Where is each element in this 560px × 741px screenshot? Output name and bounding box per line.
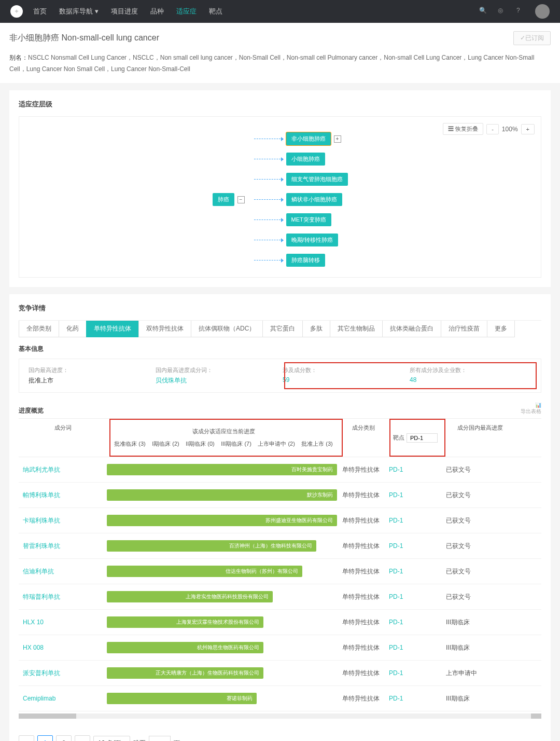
info-value: 批准上市 bbox=[29, 376, 150, 385]
drug-link[interactable]: Cemiplimab bbox=[19, 695, 107, 702]
drug-link[interactable]: 信迪利单抗 bbox=[19, 567, 107, 576]
competition-panel: 竞争详情 全部类别化药单特异性抗体双特异性抗体抗体偶联物（ADC）其它蛋白多肽其… bbox=[9, 294, 551, 728]
nav-item[interactable]: 首页 bbox=[33, 7, 47, 16]
drug-link[interactable]: 替雷利珠单抗 bbox=[19, 542, 107, 551]
avatar[interactable] bbox=[535, 4, 550, 19]
nav-item[interactable]: 项目进度 bbox=[111, 7, 138, 16]
table-row: HLX 10 上海复宏汉霖生物技术股份有限公司 单特异性抗体 PD-1 III期… bbox=[19, 610, 541, 635]
reset-fold-button[interactable]: ☰ 恢复折叠 bbox=[443, 123, 483, 135]
tree-node[interactable]: MET突变肺癌 bbox=[286, 213, 331, 226]
table-row: 替雷利珠单抗 百济神州（上海）生物科技有限公司 单特异性抗体 PD-1 已获文号 bbox=[19, 533, 541, 559]
tree-node[interactable]: 小细胞肺癌 bbox=[286, 153, 325, 166]
drug-link[interactable]: HLX 10 bbox=[19, 619, 107, 626]
subscribe-button[interactable]: ✓已订阅 bbox=[513, 31, 551, 45]
expand-icon[interactable]: + bbox=[334, 135, 341, 143]
aliases: 别名：NSCLC Nonsmall Cell Lung Cancer，NSCLC… bbox=[9, 52, 551, 75]
category-tab[interactable]: 其它蛋白 bbox=[262, 321, 302, 337]
target-link[interactable]: PD-1 bbox=[387, 593, 444, 600]
progress-bar: 百时美施贵宝制药 bbox=[107, 464, 337, 475]
drug-link[interactable]: 特瑞普利单抗 bbox=[19, 593, 107, 601]
target-link[interactable]: PD-1 bbox=[387, 542, 444, 550]
zoom-level: 100% bbox=[502, 126, 518, 133]
info-value[interactable]: 59 bbox=[283, 376, 404, 383]
target-link[interactable]: PD-1 bbox=[387, 568, 444, 575]
category-tab[interactable]: 多肽 bbox=[302, 321, 330, 337]
progress-bar: 上海君实生物医药科技股份有限公司 bbox=[107, 591, 273, 602]
basic-info-title: 基本信息 bbox=[19, 345, 541, 353]
drug-link[interactable]: HX 008 bbox=[19, 644, 107, 651]
page-number-button[interactable]: 1 bbox=[37, 735, 53, 741]
table-row: 卡瑞利珠单抗 苏州盛迪亚生物医药有限公司 单特异性抗体 PD-1 已获文号 bbox=[19, 508, 541, 533]
table-row: HX 008 杭州翰思生物医药有限公司 单特异性抗体 PD-1 III期临床 bbox=[19, 635, 541, 661]
target-link[interactable]: PD-1 bbox=[387, 466, 444, 473]
tree-node[interactable]: 晚期/转移性肺癌 bbox=[286, 234, 338, 246]
nav-item[interactable]: 靶点 bbox=[209, 7, 222, 16]
pagination: ‹ 12 › 10 条/页 ▾ 跳至 页 bbox=[9, 728, 551, 741]
progress-title: 进度概览 bbox=[19, 406, 44, 415]
info-value[interactable]: 贝伐珠单抗 bbox=[156, 376, 277, 385]
prev-page-button[interactable]: ‹ bbox=[19, 735, 34, 741]
competition-title: 竞争详情 bbox=[19, 304, 541, 313]
drug-link[interactable]: 纳武利尤单抗 bbox=[19, 465, 107, 474]
tree-node[interactable]: 鳞状非小细胞肺癌 bbox=[286, 193, 342, 206]
tree-node[interactable]: 非小细胞肺癌 bbox=[286, 132, 331, 145]
category-tab[interactable]: 其它生物制品 bbox=[330, 321, 382, 337]
zoom-out-button[interactable]: - bbox=[486, 124, 499, 134]
tree-root-node[interactable]: 肺癌 bbox=[213, 193, 234, 206]
page-title: 非小细胞肺癌 Non-small-cell lung cancer bbox=[9, 33, 159, 44]
tree-node[interactable]: 肺癌脑转移 bbox=[286, 254, 325, 267]
nav-item[interactable]: 数据库导航 ▾ bbox=[59, 7, 99, 16]
export-button[interactable]: 📊导出表格 bbox=[521, 402, 541, 415]
category-tab[interactable]: 治疗性疫苗 bbox=[441, 321, 487, 337]
progress-bar: 正大天晴康方（上海）生物医药科技有限公司 bbox=[107, 667, 263, 679]
tree-node[interactable]: 细支气管肺泡细胞癌 bbox=[286, 173, 348, 186]
next-page-button[interactable]: › bbox=[75, 735, 90, 741]
drug-link[interactable]: 派安普利单抗 bbox=[19, 669, 107, 678]
target-link[interactable]: PD-1 bbox=[387, 491, 444, 499]
table-row: 信迪利单抗 信达生物制药（苏州）有限公司 单特异性抗体 PD-1 已获文号 bbox=[19, 559, 541, 584]
table-row: 特瑞普利单抗 上海君实生物医药科技股份有限公司 单特异性抗体 PD-1 已获文号 bbox=[19, 584, 541, 610]
info-value[interactable]: 48 bbox=[410, 376, 531, 383]
hierarchy-title: 适应症层级 bbox=[19, 100, 541, 109]
location-icon[interactable]: ◎ bbox=[498, 7, 507, 16]
table-row: 派安普利单抗 正大天晴康方（上海）生物医药科技有限公司 单特异性抗体 PD-1 … bbox=[19, 661, 541, 686]
category-tab[interactable]: 更多 bbox=[487, 321, 515, 337]
table-row: 纳武利尤单抗 百时美施贵宝制药 单特异性抗体 PD-1 已获文号 bbox=[19, 457, 541, 483]
category-tab[interactable]: 单特异性抗体 bbox=[86, 321, 138, 337]
collapse-icon[interactable]: − bbox=[237, 196, 245, 203]
target-filter-input[interactable] bbox=[407, 433, 438, 443]
nav-item[interactable]: 适应症 bbox=[176, 7, 197, 16]
horizontal-scrollbar[interactable] bbox=[19, 713, 541, 719]
category-tab[interactable]: 双特异性抗体 bbox=[138, 321, 191, 337]
help-icon[interactable]: ? bbox=[516, 7, 526, 16]
target-link[interactable]: PD-1 bbox=[387, 644, 444, 651]
target-link[interactable]: PD-1 bbox=[387, 695, 444, 702]
page-size-select[interactable]: 10 条/页 ▾ bbox=[93, 736, 130, 741]
jump-page-input[interactable] bbox=[149, 736, 171, 741]
hierarchy-panel: 适应症层级 ☰ 恢复折叠 - 100% + 肺癌 − 非小细胞肺癌+小细胞肺癌细… bbox=[9, 90, 551, 287]
target-link[interactable]: PD-1 bbox=[387, 669, 444, 677]
drug-link[interactable]: 帕博利珠单抗 bbox=[19, 491, 107, 500]
table-header: 成分词 该成分该适应症当前进度 批准临床 (3)I期临床 (2)II期临床 (0… bbox=[19, 418, 541, 457]
top-nav: ✦ 首页数据库导航 ▾项目进度品种适应症靶点 🔍 ◎ ? bbox=[0, 0, 560, 23]
progress-bar: 百济神州（上海）生物科技有限公司 bbox=[107, 540, 316, 552]
category-tab[interactable]: 全部类别 bbox=[19, 321, 59, 337]
category-tab[interactable]: 化药 bbox=[59, 321, 86, 337]
progress-bar: 信达生物制药（苏州）有限公司 bbox=[107, 566, 302, 577]
table-row: 帕博利珠单抗 默沙东制药 单特异性抗体 PD-1 已获文号 bbox=[19, 483, 541, 508]
category-tab[interactable]: 抗体偶联物（ADC） bbox=[191, 321, 262, 337]
category-tab[interactable]: 抗体类融合蛋白 bbox=[382, 321, 441, 337]
progress-bar: 上海复宏汉霖生物技术股份有限公司 bbox=[107, 616, 263, 628]
progress-bar: 杭州翰思生物医药有限公司 bbox=[107, 642, 263, 653]
table-row: Cemiplimab 赛诺菲制药 单特异性抗体 PD-1 III期临床 bbox=[19, 686, 541, 711]
drug-link[interactable]: 卡瑞利珠单抗 bbox=[19, 516, 107, 525]
progress-bar: 苏州盛迪亚生物医药有限公司 bbox=[107, 515, 337, 526]
page-number-button[interactable]: 2 bbox=[56, 735, 72, 741]
search-icon[interactable]: 🔍 bbox=[479, 7, 488, 16]
target-link[interactable]: PD-1 bbox=[387, 517, 444, 524]
nav-item[interactable]: 品种 bbox=[150, 7, 164, 16]
logo-icon[interactable]: ✦ bbox=[10, 5, 23, 18]
zoom-in-button[interactable]: + bbox=[521, 124, 535, 134]
target-link[interactable]: PD-1 bbox=[387, 619, 444, 626]
progress-bar: 默沙东制药 bbox=[107, 489, 337, 501]
